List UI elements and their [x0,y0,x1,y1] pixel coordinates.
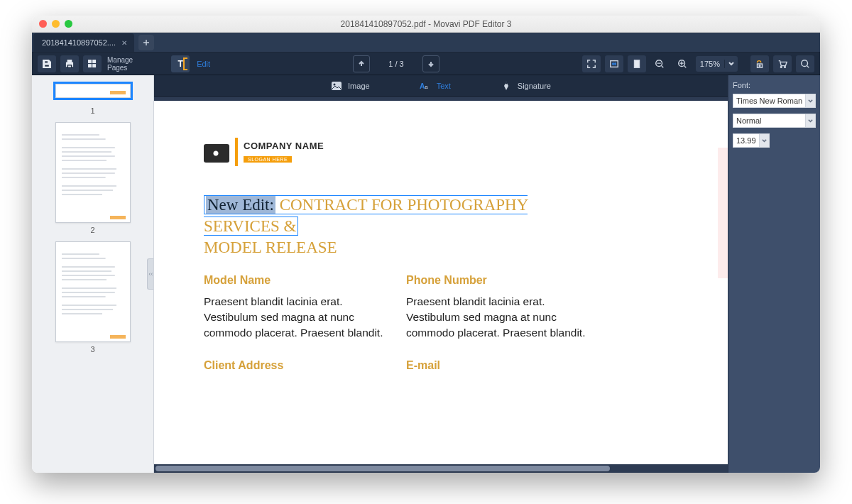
svg-rect-10 [634,60,639,67]
font-weight-value: Normal [736,116,761,125]
svg-point-14 [759,65,760,66]
svg-point-15 [780,66,782,67]
window-title: 201841410897052.pdf - Movavi PDF Editor … [32,19,820,29]
contact-card: Photograph M Large 3175 Richa Stockton C… [718,148,728,278]
chevron-down-icon [725,61,738,67]
chevron-down-icon [759,134,769,147]
save-button[interactable] [38,55,56,72]
unlock-button[interactable] [750,55,769,72]
print-button[interactable] [60,55,79,72]
text-edit-selection[interactable]: New Edit: CONTRACT FOR PHOTOGRAPHY SERVI… [204,195,528,236]
fit-width-button[interactable] [605,55,623,72]
zoom-select[interactable]: 175% [696,56,738,72]
svg-point-19 [334,83,336,85]
font-panel-label: Font: [733,81,816,89]
chevron-down-icon [805,94,815,107]
svg-rect-4 [67,65,71,67]
document-tab-label: 201841410897052.... [42,38,116,47]
font-size-value: 13.99 [736,136,756,145]
zoom-value: 175% [696,60,725,68]
thumbnail-number: 3 [90,345,94,354]
svg-rect-0 [45,60,48,63]
svg-rect-18 [332,82,342,90]
edit-toolbar: Image Aa Text Signature [154,75,728,97]
zoom-out-button[interactable] [650,55,669,72]
company-logo: COMPANY NAME SLOGAN HERE [204,138,722,166]
font-size-select[interactable]: 13.99 [733,133,770,148]
page-indicator[interactable]: 1 / 3 [378,60,414,68]
tab-strip: 201841410897052.... ✕ [32,33,820,53]
title-line2: MODEL RELEASE [204,239,337,256]
svg-point-17 [802,60,808,66]
field-text: Praesent blandit lacinia erat. Vestibulu… [204,294,385,341]
app-window: 201841410897052.pdf - Movavi PDF Editor … [32,16,820,473]
search-button[interactable] [796,55,814,72]
svg-rect-3 [67,60,71,62]
svg-text:a: a [425,84,428,90]
field-text: Praesent blandit lacinia erat. Vestibulu… [406,294,587,341]
cart-button[interactable] [773,55,792,72]
next-page-button[interactable] [422,55,439,72]
page-thumbnail-2[interactable] [55,122,131,223]
chevron-down-icon [805,114,815,127]
insert-image-label: Image [348,82,370,90]
field-heading-client-address: Client Address [204,359,385,372]
insert-image-button[interactable]: Image [331,80,370,92]
insert-text-label: Text [437,82,451,90]
page-thumbnail-1[interactable] [55,84,131,98]
svg-rect-7 [93,60,96,62]
field-heading-phone: Phone Number [406,274,587,287]
fit-page-button[interactable] [628,55,646,72]
edit-mode-label: Edit [197,60,210,68]
new-tab-button[interactable] [138,35,154,50]
edited-text: New Edit: [206,196,275,214]
thumbnail-number: 1 [90,106,94,115]
pdf-page[interactable]: COMPANY NAME SLOGAN HERE New Edit: CONTR… [154,101,728,473]
svg-rect-5 [89,60,92,62]
horizontal-scrollbar[interactable] [154,464,728,473]
collapse-sidebar-button[interactable]: ‹‹ [147,258,154,290]
thumbnail-sidebar: 1 2 3 ‹‹ [32,75,154,473]
svg-rect-8 [93,64,96,67]
thumbnail-number: 2 [90,226,94,234]
thumbnails-toggle-button[interactable] [83,55,102,72]
document-viewer: Image Aa Text Signature [154,75,728,473]
close-tab-icon[interactable]: ✕ [121,39,127,47]
svg-rect-6 [89,64,92,67]
font-weight-select[interactable]: Normal [733,114,816,128]
camera-icon [204,141,229,163]
field-heading-email: E-mail [406,359,587,372]
document-title[interactable]: New Edit: CONTRACT FOR PHOTOGRAPHY SERVI… [204,195,587,258]
edit-text-tool[interactable]: T [171,55,190,72]
logo-name: COMPANY NAME [244,141,324,151]
field-heading-model-name: Model Name [204,274,385,287]
main-toolbar: Manage Pages T Edit 1 / 3 [32,53,820,75]
svg-point-16 [785,66,786,67]
prev-page-button[interactable] [353,55,370,72]
page-scroll-area[interactable]: COMPANY NAME SLOGAN HERE New Edit: CONTR… [154,101,728,473]
insert-text-button[interactable]: Aa Text [420,80,451,92]
font-family-select[interactable]: Times New Roman [733,94,816,108]
document-tab[interactable]: 201841410897052.... ✕ [33,33,134,52]
insert-signature-label: Signature [518,82,551,90]
page-navigation: 1 / 3 [353,55,439,72]
scrollbar-thumb[interactable] [155,466,610,471]
logo-slogan: SLOGAN HERE [244,156,292,163]
svg-rect-1 [45,64,50,67]
svg-point-22 [505,82,507,84]
zoom-in-button[interactable] [673,55,692,72]
page-thumbnail-3[interactable] [55,241,131,342]
fullscreen-button[interactable] [582,55,601,72]
titlebar: 201841410897052.pdf - Movavi PDF Editor … [32,16,820,33]
font-panel: Font: Times New Roman Normal 13.99 [728,75,820,473]
font-family-value: Times New Roman [736,97,802,105]
manage-pages-button[interactable]: Manage Pages [107,56,133,72]
insert-signature-button[interactable]: Signature [501,80,551,92]
